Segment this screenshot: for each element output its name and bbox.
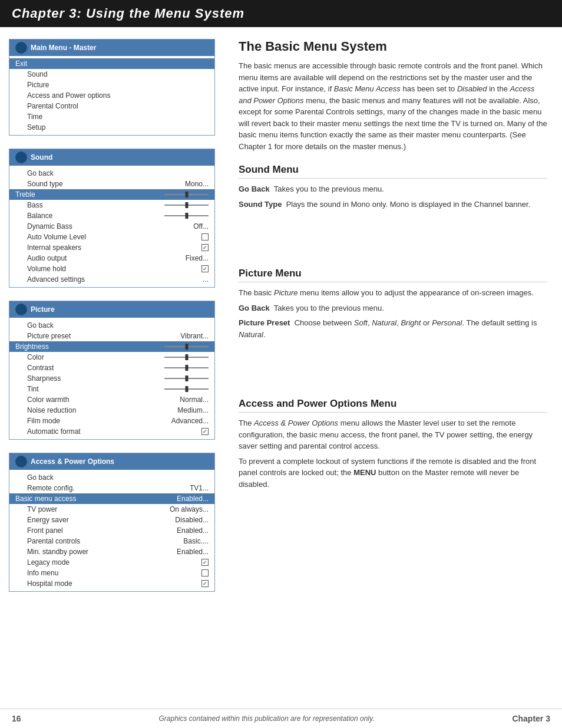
spacer-1	[239, 220, 547, 268]
picture-menu-title: Picture	[9, 301, 214, 318]
main-menu-setup[interactable]: Setup	[9, 122, 214, 133]
contrast-slider[interactable]	[164, 365, 209, 371]
main-section-body: The basic menus are accessible through b…	[239, 60, 547, 152]
picture-go-back[interactable]: Go back	[9, 320, 214, 331]
sound-menu-icon	[15, 151, 27, 163]
access-legacy-mode[interactable]: Legacy mode	[9, 557, 214, 568]
picture-menu-icon	[15, 304, 27, 315]
picture-color-warmth[interactable]: Color warmthNormal...	[9, 394, 214, 405]
sound-internal-speakers[interactable]: Internal speakers	[9, 242, 214, 253]
sound-section-body: Go Back Takes you to the previous menu. …	[239, 183, 547, 210]
picture-automatic-format[interactable]: Automatic format	[9, 426, 214, 437]
volume-hold-checkbox[interactable]	[201, 265, 209, 272]
access-menu-title: Access & Power Options	[9, 453, 214, 470]
picture-color[interactable]: Color	[9, 352, 214, 363]
page-number: 16	[12, 714, 21, 723]
sound-type[interactable]: Sound typeMono...	[9, 179, 214, 189]
picture-section-title: Picture Menu	[239, 268, 547, 282]
main-menu-sound[interactable]: Sound	[9, 69, 214, 80]
sound-treble[interactable]: Treble	[9, 189, 214, 200]
access-front-panel[interactable]: Front panelEnabled...	[9, 525, 214, 536]
access-hospital-mode[interactable]: Hospital mode	[9, 578, 214, 589]
page-footer: 16 Graphics contained within this public…	[0, 709, 562, 728]
tint-slider[interactable]	[164, 386, 209, 392]
picture-film-mode[interactable]: Film modeAdvanced...	[9, 416, 214, 426]
access-menu-items: Go back Remote config.TV1... Basic menu …	[9, 470, 214, 591]
left-column: Main Menu - Master Exit Sound Picture	[0, 27, 224, 617]
auto-volume-checkbox[interactable]	[201, 233, 209, 241]
picture-brightness[interactable]: Brightness	[9, 341, 214, 352]
access-section-body: The Access & Power Options menu allows t…	[239, 417, 547, 490]
main-menu-exit[interactable]: Exit	[9, 58, 214, 69]
picture-section-body: The basic Picture menu items allow you t…	[239, 287, 547, 340]
brightness-slider[interactable]	[164, 344, 209, 350]
access-parental-controls[interactable]: Parental controlsBasic....	[9, 536, 214, 546]
picture-menu-items: Go back Picture presetVibrant... Brightn…	[9, 318, 214, 439]
sound-menu-items: Go back Sound typeMono... Treble Bass Ba…	[9, 166, 214, 287]
main-menu-access[interactable]: Access and Power options	[9, 90, 214, 101]
sound-menu-box: Sound Go back Sound typeMono... Treble B…	[9, 149, 215, 288]
sound-auto-volume[interactable]: Auto Volume Level	[9, 232, 214, 242]
sound-go-back[interactable]: Go back	[9, 168, 214, 179]
picture-tint[interactable]: Tint	[9, 384, 214, 394]
sound-balance[interactable]: Balance	[9, 210, 214, 221]
treble-slider[interactable]	[164, 192, 209, 197]
main-menu-items: Exit Sound Picture Access and Power opti…	[9, 56, 214, 135]
automatic-format-checkbox[interactable]	[201, 428, 209, 435]
access-menu-box: Access & Power Options Go back Remote co…	[9, 453, 215, 592]
picture-preset[interactable]: Picture presetVibrant...	[9, 331, 214, 341]
main-section-title: The Basic Menu System	[239, 39, 547, 54]
access-remote-config[interactable]: Remote config.TV1...	[9, 483, 214, 493]
chapter-ref: Chapter 3	[512, 714, 550, 723]
picture-sharpness[interactable]: Sharpness	[9, 373, 214, 384]
bass-slider[interactable]	[164, 202, 209, 208]
legacy-mode-checkbox[interactable]	[201, 559, 209, 566]
access-go-back[interactable]: Go back	[9, 472, 214, 483]
sound-dynamic-bass[interactable]: Dynamic BassOff...	[9, 221, 214, 232]
sound-bass[interactable]: Bass	[9, 200, 214, 210]
hospital-mode-checkbox[interactable]	[201, 580, 209, 587]
sound-section-title: Sound Menu	[239, 164, 547, 179]
chapter-title: Chapter 3: Using the Menu System	[12, 6, 244, 21]
spacer-2	[239, 351, 547, 398]
access-menu-icon	[15, 456, 27, 467]
main-menu-box: Main Menu - Master Exit Sound Picture	[9, 39, 215, 136]
main-menu-time[interactable]: Time	[9, 111, 214, 122]
sound-audio-output[interactable]: Audio outputFixed...	[9, 253, 214, 263]
main-menu-picture[interactable]: Picture	[9, 80, 214, 90]
access-energy-saver[interactable]: Energy saverDisabled...	[9, 515, 214, 525]
right-column: The Basic Menu System The basic menus ar…	[224, 27, 562, 617]
chapter-header: Chapter 3: Using the Menu System	[0, 0, 562, 27]
access-min-standby[interactable]: Min. standby powerEnabled...	[9, 546, 214, 557]
info-menu-checkbox[interactable]	[201, 569, 209, 577]
main-menu-icon	[15, 42, 27, 54]
main-menu-parental[interactable]: Parental Control	[9, 101, 214, 111]
access-tv-power[interactable]: TV powerOn always...	[9, 504, 214, 515]
sharpness-slider[interactable]	[164, 375, 209, 381]
picture-noise-reduction[interactable]: Noise reductionMedium...	[9, 405, 214, 416]
footer-note: Graphics contained within this publicati…	[159, 714, 375, 723]
balance-slider[interactable]	[164, 213, 209, 219]
access-basic-menu[interactable]: Basic menu accessEnabled...	[9, 493, 214, 504]
sound-volume-hold[interactable]: Volume hold	[9, 263, 214, 274]
access-section-title: Access and Power Options Menu	[239, 398, 547, 413]
internal-speakers-checkbox[interactable]	[201, 244, 209, 251]
sound-advanced[interactable]: Advanced settings...	[9, 274, 214, 285]
picture-menu-box: Picture Go back Picture presetVibrant...…	[9, 301, 215, 440]
color-slider[interactable]	[164, 354, 209, 360]
access-info-menu[interactable]: Info menu	[9, 568, 214, 578]
picture-contrast[interactable]: Contrast	[9, 363, 214, 373]
sound-menu-title: Sound	[9, 149, 214, 166]
main-menu-title: Main Menu - Master	[9, 39, 214, 56]
